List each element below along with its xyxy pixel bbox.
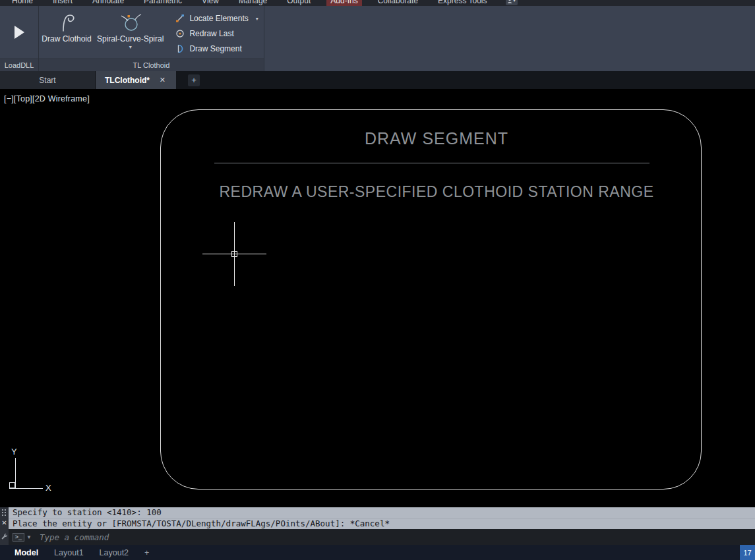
chevron-down-icon[interactable]: ▾ [129,44,132,50]
redraw-last-icon [175,29,185,38]
ribbon-tab-strip: Home Insert Annotate Parametric View Man… [0,0,755,6]
tl-clothoid-panel-title: TL Clothoid [39,58,264,71]
redraw-last-label: Redraw Last [189,29,233,38]
spiral-curve-spiral-button[interactable]: Spiral-Curve-Spiral ▾ [94,8,166,58]
viewport-visual-style-control[interactable]: [2D Wireframe] [32,94,90,103]
new-file-tab-button[interactable]: + [188,74,200,86]
ucs-x-axis [9,488,43,489]
person-icon [507,0,512,3]
ribbon-tab-view[interactable]: View [198,0,223,6]
recent-commands-caret-icon[interactable]: ▼ [26,534,32,540]
chevron-down-icon[interactable]: ▾ [256,16,258,22]
ucs-x-label: X [45,483,51,493]
viewport-view-control[interactable]: [Top] [14,94,32,103]
ribbon-empty-area [264,6,755,71]
close-icon[interactable]: ✕ [158,76,167,84]
command-line-main: Specify to station <1410>: 100 Place the… [9,507,755,545]
layout2-tab[interactable]: Layout2 [100,548,129,557]
ribbon-tab-annotate[interactable]: Annotate [88,0,128,6]
drawing-canvas[interactable]: [−][Top][2D Wireframe] DRAW SEGMENT REDR… [0,89,755,507]
ribbon-tab-collaborate[interactable]: Collaborate [374,0,422,6]
ribbon: LoadDLL Draw Clothoid [0,6,755,71]
ribbon-tab-home[interactable]: Home [8,0,37,6]
status-right-value: 17 [740,545,755,560]
command-panel-gutter: ✕ [0,507,9,545]
drawing-underline-entity [214,163,649,163]
ribbon-tab-output[interactable]: Output [283,0,315,6]
locate-elements-icon [175,14,185,23]
draw-segment-label: Draw Segment [189,44,241,53]
wrench-customize-icon[interactable] [1,533,8,540]
locate-elements-label: Locate Elements [189,14,248,23]
file-tab-start-label: Start [39,76,55,85]
ribbon-tab-parametric[interactable]: Parametric [140,0,186,6]
spiral-curve-spiral-label: Spiral-Curve-Spiral [97,34,164,43]
ribbon-tab-add-ins[interactable]: Add-Ins [326,0,361,6]
viewport-minimize-control[interactable]: [−] [4,94,14,103]
close-icon[interactable]: ✕ [1,519,7,527]
new-layout-button[interactable]: + [144,548,149,557]
ucs-y-axis [15,458,16,488]
clothoid-frame-entity [160,109,702,490]
account-icon[interactable]: ▾ [506,0,518,5]
draw-clothoid-label: Draw Clothoid [42,34,91,43]
draw-clothoid-icon [55,9,78,34]
locate-elements-button[interactable]: Locate Elements ▾ [175,13,258,24]
file-tab-start[interactable]: Start [0,71,96,89]
drawing-title-text: DRAW SEGMENT [160,128,713,148]
command-line-panel: ✕ Specify to station <1410>: 100 Place t… [0,507,755,545]
command-input[interactable]: Type a command [40,532,755,542]
ucs-y-label: Y [11,447,17,457]
play-icon [15,26,24,39]
ribbon-tab-express-tools[interactable]: Express Tools [434,0,491,6]
layout1-tab[interactable]: Layout1 [54,548,83,557]
file-tab-tlclothoid[interactable]: TLClothoid* ✕ [96,71,176,89]
ribbon-tab-manage[interactable]: Manage [235,0,271,6]
command-input-row[interactable]: >_ ▼ Type a command [9,529,755,545]
ucs-origin-box [9,482,15,488]
draw-clothoid-button[interactable]: Draw Clothoid [39,8,94,58]
draw-segment-icon [175,44,185,53]
command-prompt-icon[interactable]: >_ [13,533,24,542]
ribbon-panel-loaddll: LoadDLL [0,6,39,71]
file-tab-tlclothoid-label: TLClothoid* [105,76,150,85]
tl-clothoid-row-buttons: Locate Elements ▾ Redraw Last [175,8,258,58]
model-tab[interactable]: Model [15,548,38,557]
loaddll-panel-title: LoadDLL [0,58,38,71]
drag-handle-icon[interactable] [1,509,7,517]
ribbon-panel-tl-clothoid: Draw Clothoid Spiral-Curve-Spiral ▾ [39,6,264,71]
command-history-line: Place the entity or [FROMSTA/TOSTA/DLeng… [9,518,755,529]
draw-segment-button[interactable]: Draw Segment [175,43,258,54]
drawing-subtitle-text: REDRAW A USER-SPECIFIED CLOTHOID STATION… [160,182,713,201]
file-tab-bar: Start TLClothoid* ✕ + [0,71,755,89]
autocad-window: Home Insert Annotate Parametric View Man… [0,0,755,560]
chevron-down-icon: ▾ [513,0,516,6]
spiral-curve-spiral-icon [119,9,142,34]
status-bar: Model Layout1 Layout2 + 17 [0,545,755,560]
loaddll-run-button[interactable] [9,20,30,44]
ribbon-tab-insert[interactable]: Insert [49,0,76,6]
redraw-last-button[interactable]: Redraw Last [175,28,258,39]
command-history-line: Specify to station <1410>: 100 [9,507,755,518]
crosshair-pickbox [231,251,237,257]
viewport-controls: [−][Top][2D Wireframe] [4,94,90,103]
